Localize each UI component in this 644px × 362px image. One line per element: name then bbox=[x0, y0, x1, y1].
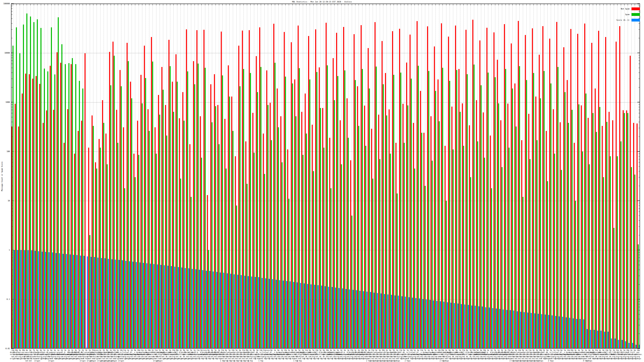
y-tick-label: 0.01 bbox=[0, 348, 10, 350]
legend-label-spam: Spam bbox=[625, 13, 630, 15]
legend-label-not-spam: Not Spam bbox=[621, 8, 630, 10]
legend-row-score: Score (0..1) bbox=[616, 17, 640, 23]
y-tick-label: 0.1 bbox=[0, 298, 10, 300]
y-tick-label: 100 bbox=[0, 150, 10, 152]
rbl-statistics-chart: RBL Statistics - Mon Jan 20 12:58:15 EST… bbox=[0, 0, 644, 362]
y-tick-label: 100000 bbox=[0, 2, 10, 5]
y-tick-label: 10 bbox=[0, 200, 10, 202]
legend-label-score: Score (0..1) bbox=[616, 19, 630, 21]
legend-swatch-score bbox=[632, 19, 640, 21]
x-tick-label: 10@ zen. spamhaus. org 2 hops bbox=[624, 349, 644, 360]
plot-frame bbox=[11, 3, 640, 349]
legend-swatch-spam bbox=[632, 13, 640, 16]
y-axis-label: Message Count or Spam Score bbox=[1, 146, 3, 207]
legend: Not Spam Spam Score (0..1) bbox=[616, 6, 640, 23]
y-tick-label: 1000 bbox=[0, 101, 10, 103]
legend-swatch-not-spam bbox=[632, 7, 640, 10]
chart-title: RBL Statistics - Mon Jan 20 12:58:15 EST… bbox=[0, 1, 644, 3]
legend-row-spam: Spam bbox=[616, 12, 640, 17]
legend-row-not-spam: Not Spam bbox=[616, 6, 640, 12]
y-tick-label: 10000 bbox=[0, 52, 10, 54]
y-tick-label: 1 bbox=[0, 249, 10, 251]
